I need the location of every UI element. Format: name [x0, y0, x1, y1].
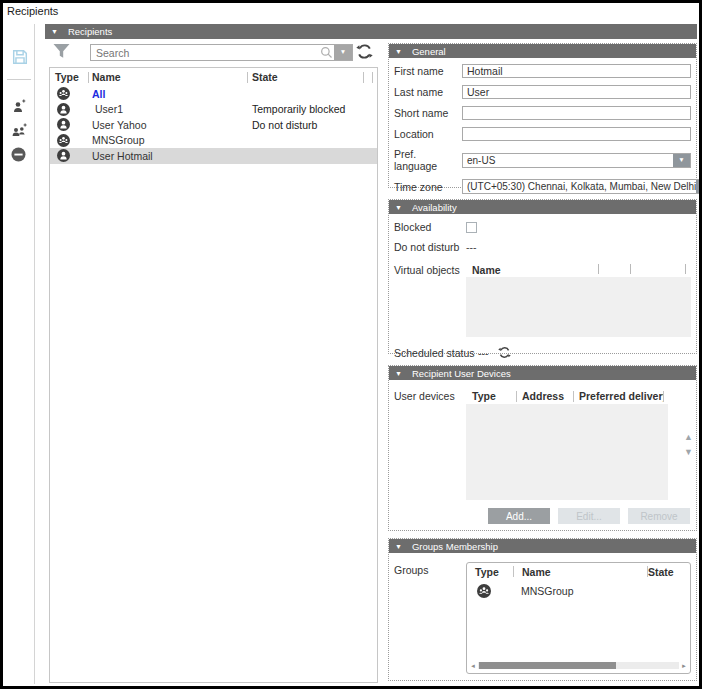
column-header-name[interactable]: Name [514, 566, 647, 578]
first-name-label: First name [394, 65, 462, 77]
pref-language-label: Pref. language [394, 148, 462, 172]
remove-button[interactable]: Remove [628, 508, 690, 524]
column-header-name[interactable]: Name [89, 71, 247, 83]
virtual-objects-body [466, 277, 691, 337]
scheduled-status-label: Scheduled status [394, 347, 478, 359]
groups-header-row: Type Name State [467, 563, 690, 580]
add-group-icon[interactable] [11, 122, 28, 139]
group-row-mnsgroup[interactable]: MNSGroup [467, 582, 690, 600]
scroll-right-icon[interactable]: ► [681, 663, 687, 669]
virtual-objects-label: Virtual objects [394, 262, 466, 276]
groups-table: Type Name State MNSGro [466, 562, 691, 674]
column-header-name[interactable]: Name [466, 264, 501, 276]
scheduled-status-value: --- [478, 347, 489, 359]
user-devices-table: Type Address Preferred delivery se [466, 388, 668, 500]
refresh-icon[interactable] [356, 43, 373, 60]
column-header-address[interactable]: Address [517, 390, 573, 402]
general-panel: ▼ General First name Last name Short nam… [388, 43, 697, 188]
column-header-type[interactable]: Type [467, 566, 513, 578]
list-item-all[interactable]: All [50, 86, 377, 102]
search-input[interactable] [90, 44, 353, 61]
horizontal-scrollbar: ◄ ► [470, 661, 687, 670]
do-not-disturb-label: Do not disturb [394, 241, 466, 253]
group-name: MNSGroup [513, 585, 690, 597]
list-item-state: Do not disturb [247, 119, 377, 131]
toolbar-separator-line [34, 24, 35, 684]
time-zone-label: Time zone [394, 181, 462, 193]
short-name-label: Short name [394, 107, 462, 119]
add-button[interactable]: Add... [488, 508, 550, 524]
remove-icon[interactable] [11, 147, 26, 162]
collapse-triangle-icon: ▼ [395, 204, 402, 211]
time-zone-select[interactable]: (UTC+05:30) Chennai, Kolkata, Mumbai, Ne… [462, 179, 702, 194]
last-name-field[interactable] [462, 85, 691, 99]
refresh-icon[interactable] [498, 346, 511, 359]
chevron-down-icon[interactable]: ▼ [696, 180, 702, 193]
group-icon [50, 134, 88, 147]
list-item-user-yahoo[interactable]: User Yahoo Do not disturb [50, 117, 377, 133]
list-item-label: User Hotmail [88, 150, 247, 162]
general-panel-title: General [412, 46, 446, 57]
recipients-list: Type Name State All [49, 67, 378, 683]
groups-membership-panel: ▼ Groups Membership Groups Type Name Sta… [388, 538, 697, 681]
recipients-section-header[interactable]: ▼ Recipients [45, 24, 697, 39]
blocked-checkbox[interactable] [466, 222, 477, 233]
do-not-disturb-value: --- [466, 241, 477, 253]
page-title: Recipients [7, 5, 58, 17]
column-header-state[interactable]: State [648, 566, 690, 578]
save-icon[interactable] [11, 48, 29, 66]
scroll-left-icon[interactable]: ◄ [470, 663, 476, 669]
availability-panel-header[interactable]: ▼ Availability [389, 200, 696, 214]
list-item-label: MNSGroup [88, 134, 247, 146]
user-devices-panel-header[interactable]: ▼ Recipient User Devices [389, 366, 696, 380]
pref-language-select[interactable]: en-US ▼ [462, 153, 691, 168]
search-icon [320, 46, 333, 59]
user-icon [50, 103, 88, 116]
blocked-label: Blocked [394, 221, 466, 233]
user-icon [50, 118, 88, 131]
recipients-section-title: Recipients [68, 26, 112, 37]
add-user-icon[interactable] [11, 98, 27, 115]
column-header-state[interactable]: State [248, 71, 363, 83]
reorder-arrows: ▲ ▼ [684, 432, 693, 457]
first-name-field[interactable] [462, 64, 691, 78]
short-name-field[interactable] [462, 106, 691, 120]
filter-icon[interactable] [52, 43, 71, 60]
column-header-preferred-delivery[interactable]: Preferred delivery se [574, 390, 663, 402]
move-up-icon[interactable]: ▲ [684, 432, 693, 442]
chevron-down-icon[interactable]: ▼ [673, 154, 690, 167]
search-options-dropdown[interactable]: ▼ [334, 45, 352, 60]
list-item-user-hotmail[interactable]: User Hotmail [50, 148, 377, 164]
user-icon [50, 149, 88, 162]
availability-panel-title: Availability [412, 202, 457, 213]
edit-button[interactable]: Edit... [558, 508, 620, 524]
collapse-triangle-icon: ▼ [395, 370, 402, 377]
recipients-window: Recipients [0, 0, 702, 689]
move-down-icon[interactable]: ▼ [684, 447, 693, 457]
user-devices-header-row: Type Address Preferred delivery se [466, 388, 668, 404]
location-field[interactable] [462, 127, 691, 141]
search-box: ▼ [90, 44, 353, 61]
availability-panel: ▼ Availability Blocked Do not disturb --… [388, 199, 697, 354]
virtual-objects-table: Name [466, 262, 691, 337]
scrollbar-track[interactable] [478, 662, 679, 669]
group-icon [467, 584, 513, 598]
groups-membership-panel-title: Groups Membership [412, 541, 498, 552]
device-buttons: Add... Edit... Remove [488, 508, 690, 524]
collapse-triangle-icon: ▼ [51, 28, 58, 35]
column-header-type[interactable]: Type [50, 71, 88, 83]
groups-membership-panel-header[interactable]: ▼ Groups Membership [389, 539, 696, 553]
list-item-label: All [88, 88, 247, 100]
last-name-label: Last name [394, 86, 462, 98]
user-devices-label: User devices [394, 388, 466, 402]
list-item-state: Temporarily blocked [247, 103, 377, 115]
time-zone-value: (UTC+05:30) Chennai, Kolkata, Mumbai, Ne… [463, 180, 696, 193]
list-item-user1[interactable]: User1 Temporarily blocked [50, 102, 377, 118]
scrollbar-thumb[interactable] [479, 662, 616, 669]
general-panel-header[interactable]: ▼ General [389, 44, 696, 58]
list-item-mnsgroup[interactable]: MNSGroup [50, 133, 377, 149]
column-header-type[interactable]: Type [466, 390, 516, 402]
user-devices-panel: ▼ Recipient User Devices User devices Ty… [388, 365, 697, 531]
list-header-row: Type Name State [50, 68, 377, 86]
user-devices-body [466, 404, 668, 500]
